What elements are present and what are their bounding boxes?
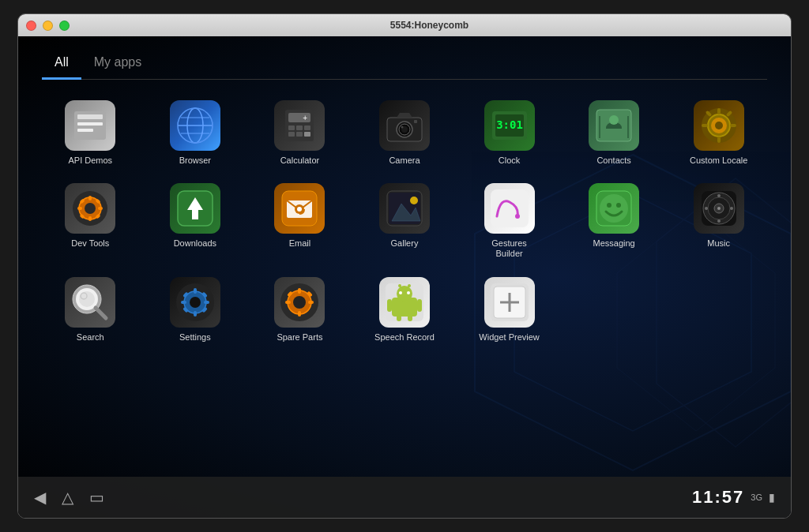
svg-rect-18: [296, 126, 303, 130]
app-label-api-demos: API Demos: [68, 155, 112, 166]
title-bar: 5554:Honeycomb: [18, 14, 791, 36]
app-label-email: Email: [289, 238, 311, 249]
svg-rect-53: [88, 196, 92, 200]
svg-rect-128: [408, 315, 412, 321]
app-label-dev-tools: Dev Tools: [71, 238, 109, 249]
svg-point-98: [190, 297, 201, 308]
app-label-camera: Camera: [389, 155, 420, 166]
svg-rect-75: [491, 189, 529, 227]
app-email[interactable]: Email: [251, 178, 348, 264]
app-api-demos[interactable]: API Demos: [42, 96, 139, 170]
svg-rect-20: [288, 132, 295, 137]
svg-point-123: [398, 284, 401, 287]
app-settings[interactable]: Settings: [147, 272, 244, 347]
tab-my-apps[interactable]: My apps: [81, 52, 154, 73]
svg-point-74: [410, 197, 418, 204]
svg-point-68: [297, 207, 302, 212]
svg-rect-54: [88, 216, 92, 221]
svg-rect-113: [308, 301, 314, 304]
svg-point-86: [717, 207, 721, 210]
app-label-speech-record: Speech Record: [374, 332, 435, 343]
svg-rect-44: [702, 124, 708, 127]
svg-point-87: [717, 194, 721, 197]
svg-point-80: [607, 203, 611, 208]
minimize-button[interactable]: [43, 21, 53, 31]
app-label-browser: Browser: [179, 155, 211, 166]
svg-rect-100: [194, 311, 197, 317]
svg-point-29: [401, 126, 403, 129]
nav-buttons: ◀ △ ▭: [34, 488, 104, 507]
device-screen: All My apps API Demos: [18, 36, 791, 518]
svg-rect-126: [417, 299, 422, 312]
app-label-gallery: Gallery: [391, 238, 419, 249]
svg-rect-21: [296, 132, 303, 137]
svg-rect-6: [77, 122, 103, 126]
svg-rect-45: [730, 124, 736, 127]
app-label-settings: Settings: [179, 332, 211, 343]
app-calculator[interactable]: + Calculator: [251, 96, 348, 170]
app-search[interactable]: Search: [42, 272, 139, 347]
svg-rect-111: [298, 311, 301, 317]
tab-all[interactable]: All: [42, 52, 81, 73]
svg-text:3:01: 3:01: [496, 118, 523, 131]
svg-rect-99: [194, 288, 197, 294]
svg-point-118: [397, 286, 412, 302]
app-label-spare-parts: Spare Parts: [277, 332, 322, 343]
home-button[interactable]: △: [62, 488, 73, 507]
back-button[interactable]: ◀: [34, 488, 46, 507]
recents-button[interactable]: ▭: [89, 488, 104, 507]
svg-marker-25: [397, 113, 412, 118]
window-title: 5554:Honeycomb: [76, 20, 783, 31]
svg-point-76: [515, 214, 520, 219]
svg-point-124: [408, 284, 411, 287]
svg-rect-22: [304, 132, 310, 137]
svg-rect-112: [285, 301, 291, 304]
svg-point-89: [705, 207, 708, 210]
svg-point-52: [85, 203, 96, 214]
svg-rect-110: [298, 288, 301, 294]
svg-rect-102: [204, 301, 209, 304]
svg-rect-43: [717, 137, 721, 143]
maximize-button[interactable]: [59, 21, 70, 31]
svg-rect-42: [717, 108, 721, 114]
svg-rect-7: [77, 129, 93, 132]
svg-rect-17: [288, 126, 295, 130]
app-label-downloads: Downloads: [174, 238, 216, 249]
app-label-calculator: Calculator: [280, 155, 320, 166]
svg-rect-125: [387, 299, 392, 312]
svg-rect-30: [414, 120, 417, 123]
svg-point-120: [407, 291, 410, 294]
svg-point-109: [293, 296, 306, 309]
svg-rect-127: [397, 315, 401, 321]
app-downloads[interactable]: Downloads: [147, 178, 244, 264]
svg-text:+: +: [303, 114, 308, 122]
tabs-bar: All My apps: [42, 52, 767, 80]
app-spare-parts[interactable]: Spare Parts: [251, 272, 348, 347]
app-dev-tools[interactable]: Dev Tools: [42, 178, 139, 264]
svg-point-36: [609, 115, 619, 125]
svg-rect-101: [181, 301, 186, 304]
svg-point-90: [730, 207, 733, 210]
svg-rect-5: [77, 114, 103, 119]
svg-point-49: [715, 122, 723, 129]
svg-point-88: [717, 219, 721, 223]
svg-point-119: [399, 291, 402, 294]
svg-rect-55: [77, 207, 82, 210]
app-browser[interactable]: Browser: [147, 96, 244, 170]
svg-line-94: [96, 308, 106, 318]
svg-rect-56: [98, 207, 103, 210]
svg-rect-19: [304, 126, 310, 130]
window-frame: 5554:Honeycomb All My apps: [17, 13, 792, 519]
close-button[interactable]: [26, 21, 36, 31]
svg-point-79: [600, 194, 628, 223]
app-label-search: Search: [77, 332, 104, 343]
svg-point-81: [616, 203, 621, 208]
